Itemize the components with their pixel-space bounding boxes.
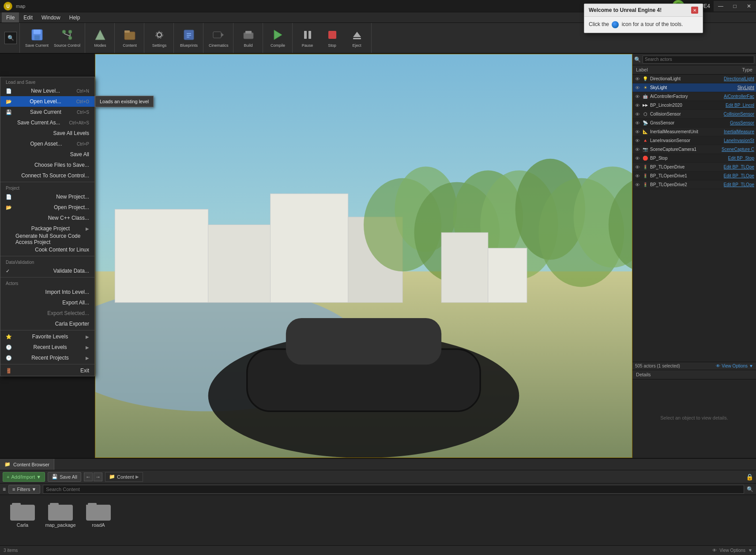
save-current-button[interactable]: Save Current (23, 25, 50, 51)
menu-save-all[interactable]: Save All (0, 149, 94, 160)
visibility-icon[interactable]: 👁 (634, 111, 640, 117)
welcome-dialog-close-button[interactable]: ✕ (691, 7, 698, 14)
table-row[interactable]: 👁 🚦 BP_TLOpenDrive Edit BP_TLOpe (632, 163, 756, 172)
toolbar-blueprints-group: Blueprints (175, 23, 203, 53)
menu-window[interactable]: Window (37, 12, 65, 22)
compile-button[interactable]: Compile (267, 25, 290, 51)
table-row[interactable]: 👁 🛑 BP_Stop Edit BP_Stop (632, 154, 756, 163)
menu-validate-data[interactable]: ✓ Validate Data... (0, 266, 94, 276)
menu-import-into-level[interactable]: Import Into Level... (0, 287, 94, 297)
row-type-edit[interactable]: Edit BP_TLOpe (724, 173, 754, 178)
modes-button[interactable]: Modes (89, 25, 112, 51)
menu-save-current[interactable]: 💾 Save Current Ctrl+S (0, 107, 94, 117)
svg-rect-35 (208, 225, 271, 303)
carla-close-btn[interactable]: ✕ (742, 1, 756, 11)
settings-button[interactable]: Settings (148, 25, 171, 51)
outliner-search-input[interactable] (643, 56, 754, 64)
menu-new-cpp-class[interactable]: New C++ Class... (0, 213, 94, 223)
menu-open-asset[interactable]: Open Asset... Ctrl+P (0, 139, 94, 149)
carla-minimize-btn[interactable]: — (714, 1, 728, 11)
menu-recent-levels[interactable]: 🕐 Recent Levels ▶ (0, 342, 94, 352)
table-row[interactable]: 👁 🚦 BP_TLOpenDrive1 Edit BP_TLOpe (632, 172, 756, 180)
menu-new-project[interactable]: 📄 New Project... (0, 191, 94, 202)
cb-back-button[interactable]: ← (84, 472, 93, 481)
content-browser-tab[interactable]: 📁 Content Browser (0, 459, 54, 470)
row-type-edit[interactable]: Edit BP_Lincol (726, 103, 754, 108)
menu-carla-exporter[interactable]: Carla Exporter (0, 319, 94, 329)
visibility-icon[interactable]: 👁 (634, 182, 640, 188)
menu-choose-files-save[interactable]: Choose Files to Save... (0, 160, 94, 170)
add-import-button[interactable]: + Add/Import ▼ (3, 472, 45, 482)
cb-lock-icon[interactable]: 🔒 (746, 473, 753, 480)
visibility-icon[interactable]: 👁 (634, 173, 640, 179)
outliner-view-options[interactable]: 👁 View Options ▼ (716, 364, 753, 368)
visibility-icon[interactable]: 👁 (634, 155, 640, 161)
build-button[interactable]: Build (237, 25, 260, 51)
visibility-icon[interactable]: 👁 (634, 94, 640, 100)
separator-2 (0, 256, 94, 256)
filters-button[interactable]: ≡ Filters ▼ (8, 485, 40, 494)
view-options-label: View Options (722, 364, 748, 368)
table-row[interactable]: 👁 🤖 AiControllerFactory AiControllerFac (632, 92, 756, 101)
menu-help[interactable]: Help (65, 12, 85, 22)
separator-3 (0, 277, 94, 278)
table-row[interactable]: 👁 🔺 LaneInvasionSensor LaneInvasionSt (632, 136, 756, 145)
list-item[interactable]: Carla (7, 500, 38, 540)
menu-open-project[interactable]: 📂 Open Project... (0, 202, 94, 213)
row-type-edit[interactable]: Edit BP_Stop (728, 156, 754, 161)
toolbar-search-btn[interactable]: 🔍 (4, 32, 17, 44)
table-row[interactable]: 👁 📐 InertialMeasurementUnit InertialMeas… (632, 128, 756, 136)
table-row[interactable]: 👁 💡 DirectionalLight DirectionalLight (632, 75, 756, 83)
menu-new-level[interactable]: 📄 New Level... Ctrl+N (0, 86, 94, 96)
menu-exit[interactable]: 🚪 Exit (0, 365, 94, 376)
table-row[interactable]: 👁 📡 GnssSensor GnssSensor (632, 119, 756, 128)
menu-generate-null-source[interactable]: Generate Null Source Code Access Project (0, 234, 94, 244)
open-project-label: Open Project... (54, 204, 89, 210)
cinematics-button[interactable]: Cinematics (207, 25, 230, 51)
table-row[interactable]: 👁 🚦 BP_TLOpenDrive2 Edit BP_TLOpe (632, 180, 756, 189)
table-row[interactable]: 👁 ☀ SkyLight SkyLight (632, 83, 756, 92)
table-row[interactable]: 👁 ▶▶ BP_Lincoln2020 Edit BP_Lincol (632, 101, 756, 110)
list-item[interactable]: roadA (83, 500, 114, 540)
menu-open-level[interactable]: 📂 Open Level... Ctrl+O (0, 96, 94, 107)
visibility-icon[interactable]: 👁 (634, 120, 640, 126)
menu-export-all[interactable]: Export All... (0, 297, 94, 308)
visibility-icon[interactable]: 👁 (634, 102, 640, 109)
visibility-icon[interactable]: 👁 (634, 129, 640, 135)
source-control-button[interactable]: Source Control (52, 25, 82, 51)
cb-forward-button[interactable]: → (94, 472, 102, 481)
menu-recent-projects[interactable]: 🕐 Recent Projects ▶ (0, 352, 94, 363)
blueprints-button[interactable]: Blueprints (177, 25, 200, 51)
carla-maximize-btn[interactable]: □ (728, 1, 742, 11)
pause-button[interactable]: Pause (296, 25, 319, 51)
menu-save-current-as[interactable]: Save Current As... Ctrl+Alt+S (0, 117, 94, 128)
toolbar-content-group: Content (116, 23, 144, 53)
menu-edit[interactable]: Edit (19, 12, 37, 22)
row-type-edit[interactable]: Edit BP_TLOpe (724, 165, 754, 169)
content-button[interactable]: Content (118, 25, 141, 51)
menu-package-project[interactable]: Package Project ▶ (0, 223, 94, 234)
list-item[interactable]: map_package (45, 500, 76, 540)
row-type-edit[interactable]: Edit BP_TLOpe (724, 182, 754, 187)
stop-button[interactable]: Stop (321, 25, 344, 51)
table-row[interactable]: 👁 ⬡ CollisionSensor CollisionSensor (632, 110, 756, 119)
eject-button[interactable]: Eject (346, 25, 369, 51)
menu-export-selected[interactable]: Export Selected... (0, 308, 94, 319)
pause-label: Pause (302, 43, 313, 48)
save-all-button[interactable]: 💾 Save All (48, 472, 81, 482)
content-path[interactable]: 📁 Content ▶ (105, 472, 143, 482)
table-row[interactable]: 👁 📷 SceneCaptureCamera1 SceneCapture C (632, 145, 756, 154)
menu-save-all-levels[interactable]: Save All Levels (0, 128, 94, 139)
visibility-icon[interactable]: 👁 (634, 146, 640, 153)
menu-favorite-levels[interactable]: ⭐ Favorite Levels ▶ (0, 331, 94, 342)
visibility-icon[interactable]: 👁 (634, 76, 640, 82)
menu-file[interactable]: File (2, 12, 19, 22)
visibility-icon[interactable]: 👁 (634, 164, 640, 170)
view-options-status[interactable]: 👁 View Options ▼ (712, 548, 752, 553)
menu-cook-content-linux[interactable]: Cook Content for Linux (0, 244, 94, 255)
viewport[interactable] (95, 54, 632, 458)
visibility-icon[interactable]: 👁 (634, 138, 640, 144)
search-input[interactable] (43, 485, 744, 494)
visibility-icon[interactable]: 👁 (634, 85, 640, 91)
menu-connect-source-control[interactable]: Connect To Source Control... (0, 170, 94, 181)
